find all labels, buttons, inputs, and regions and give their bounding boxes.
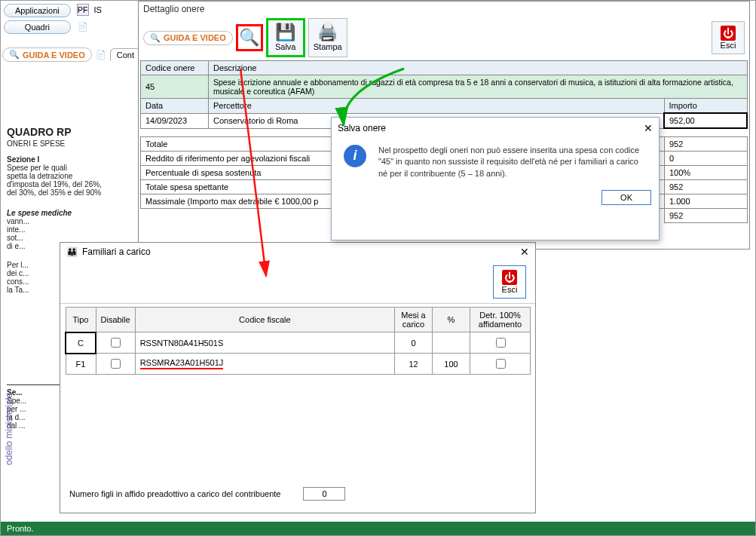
- note: sot...: [7, 234, 135, 242]
- pf-badge: PF: [77, 4, 89, 16]
- cell-detr[interactable]: [470, 354, 531, 375]
- col-importo: Importo: [664, 99, 747, 114]
- magnifier-icon: 🔍: [239, 29, 259, 46]
- cell-descrizione: Spese iscrizione annuale e abbonamento d…: [209, 75, 748, 99]
- helper-icon[interactable]: 📄: [95, 49, 107, 61]
- totale-value: 952: [665, 137, 748, 152]
- detr-checkbox[interactable]: [496, 338, 506, 348]
- perc-value: 100%: [665, 166, 748, 180]
- col-mesi: Mesi a carico: [395, 308, 433, 332]
- status-bar: Pronto.: [1, 522, 755, 535]
- quadri-button[interactable]: Quadri: [4, 20, 71, 34]
- search-icon: 🔍: [9, 50, 20, 60]
- max-value: 1.000: [665, 194, 748, 209]
- guida-video-label: GUIDA E VIDEO: [23, 51, 85, 60]
- cell-cf: RSSMRA23A01H501J: [135, 354, 394, 375]
- modal-title: Salva onere: [338, 123, 386, 133]
- guida-video-button-detail[interactable]: 🔍 GUIDA E VIDEO: [143, 31, 233, 45]
- esci-button-fam[interactable]: ⏻ Esci: [493, 265, 526, 299]
- col-data: Data: [141, 99, 209, 114]
- cell-mesi: 0: [395, 332, 433, 354]
- close-icon[interactable]: ✕: [520, 246, 529, 258]
- save-icon: 💾: [275, 24, 295, 41]
- detr-checkbox[interactable]: [496, 359, 506, 369]
- cell-tipo: F1: [66, 354, 96, 375]
- col-descrizione: Descrizione: [209, 61, 748, 75]
- col-cf: Codice fiscale: [135, 308, 394, 332]
- disabile-checkbox[interactable]: [111, 359, 121, 369]
- salva-onere-dialog: Salva onere ✕ i Nel prospetto degli oner…: [331, 117, 660, 240]
- print-icon: 🖨️: [317, 24, 338, 41]
- cell-perc: 100: [433, 354, 470, 375]
- vertical-label: odello ministeriale: [4, 393, 14, 465]
- is-badge: IS: [92, 4, 104, 16]
- esci-label: Esci: [502, 285, 518, 294]
- cell-detr[interactable]: [470, 332, 531, 354]
- col-tipo: Tipo: [66, 308, 96, 332]
- search-icon: 🔍: [150, 33, 161, 43]
- salva-label: Salva: [275, 42, 296, 51]
- quadro-subtitle: ONERI E SPESE: [7, 139, 135, 148]
- familiari-carico-window: 👪 Familiari a carico ✕ ⏻ Esci Tipo Disab…: [60, 242, 536, 513]
- guida-video-label: GUIDA E VIDEO: [164, 33, 226, 42]
- salva-button[interactable]: 💾 Salva: [266, 18, 305, 57]
- cell-perc: [433, 332, 470, 354]
- note: inte...: [7, 225, 135, 234]
- note: Le spese mediche: [7, 209, 135, 217]
- sez-desc: Spese per le quali: [7, 164, 135, 172]
- cell-mesi: 12: [395, 354, 433, 375]
- sez-desc: del 30%, del 35% e del 90%: [7, 188, 135, 197]
- status-text: Pronto.: [7, 524, 33, 533]
- detail-title: Dettaglio onere: [139, 2, 749, 17]
- power-icon: ⏻: [502, 270, 517, 285]
- modal-message: Nel prospetto degli oneri non può essere…: [378, 145, 647, 179]
- search-button[interactable]: 🔍: [236, 24, 263, 51]
- power-icon: ⏻: [721, 26, 736, 41]
- info-icon: i: [344, 145, 366, 167]
- stampa-button[interactable]: 🖨️ Stampa: [308, 18, 347, 57]
- family-icon: 👪: [66, 247, 78, 257]
- table-row[interactable]: F1 RSSMRA23A01H501J 12 100: [66, 354, 531, 375]
- col-codice: Codice onere: [141, 61, 209, 75]
- applicazioni-button[interactable]: Applicazioni: [4, 4, 71, 17]
- sezione-label: Sezione I: [7, 155, 135, 164]
- guida-video-button-main[interactable]: 🔍 GUIDA E VIDEO: [2, 47, 92, 62]
- quadro-title: QUADRO RP: [7, 126, 135, 138]
- cell-importo[interactable]: 952,00: [664, 113, 747, 128]
- cell-disabile[interactable]: [96, 354, 135, 375]
- cell-cf: RSSNTN80A41H501S: [135, 332, 394, 354]
- cell-codice[interactable]: 45: [141, 75, 209, 99]
- ok-button[interactable]: OK: [601, 190, 651, 205]
- col-detr: Detr. 100% affidamento: [470, 308, 531, 332]
- esci-button-detail[interactable]: ⏻ Esci: [712, 21, 745, 54]
- spettante-value: 952: [665, 180, 748, 194]
- last-value: 952: [665, 209, 748, 223]
- esci-label: Esci: [721, 41, 736, 50]
- reddito-value: 0: [665, 152, 748, 166]
- cell-disabile[interactable]: [96, 332, 135, 354]
- cell-data[interactable]: 14/09/2023: [141, 113, 209, 128]
- cell-tipo: C: [66, 332, 96, 354]
- sez-desc: d'imposta del 19%, del 26%,: [7, 180, 135, 188]
- disabile-checkbox[interactable]: [111, 338, 121, 348]
- pdf-icon[interactable]: 📄: [77, 20, 89, 32]
- fam-title: Familiari a carico: [82, 247, 151, 257]
- col-percettore: Percettore: [209, 99, 665, 114]
- note: vann...: [7, 217, 135, 225]
- close-icon[interactable]: ✕: [644, 122, 653, 134]
- col-disabile: Disabile: [96, 308, 135, 332]
- num-figli-input[interactable]: [303, 487, 345, 501]
- fam-bottom-label: Numero figli in affido preadottivo a car…: [69, 489, 280, 498]
- table-row[interactable]: C RSSNTN80A41H501S 0: [66, 332, 531, 354]
- tab-cont[interactable]: Cont: [110, 48, 141, 61]
- stampa-label: Stampa: [314, 42, 342, 51]
- col-perc: %: [433, 308, 470, 332]
- sez-desc: spetta la detrazione: [7, 172, 135, 180]
